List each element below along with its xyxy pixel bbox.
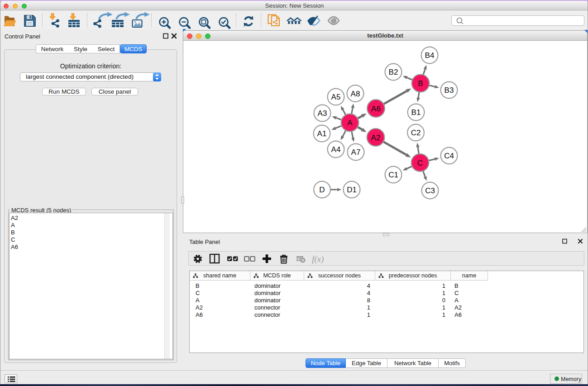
svg-text:C3: C3 xyxy=(425,186,435,195)
svg-text:A1: A1 xyxy=(317,129,327,138)
svg-text:B3: B3 xyxy=(445,86,454,95)
svg-text:A2: A2 xyxy=(371,133,381,142)
svg-text:A5: A5 xyxy=(331,93,341,101)
svg-text:B2: B2 xyxy=(389,68,398,76)
svg-text:A3: A3 xyxy=(318,109,327,118)
svg-text:B4: B4 xyxy=(425,51,435,60)
svg-text:B: B xyxy=(418,79,423,88)
svg-text:C4: C4 xyxy=(444,152,454,160)
svg-text:A4: A4 xyxy=(331,145,341,154)
svg-text:C: C xyxy=(417,159,423,167)
svg-text:A: A xyxy=(347,119,353,127)
svg-text:A7: A7 xyxy=(351,148,361,157)
svg-text:B1: B1 xyxy=(411,108,421,117)
svg-text:C2: C2 xyxy=(411,129,421,137)
svg-text:D1: D1 xyxy=(347,186,357,194)
svg-text:C1: C1 xyxy=(388,171,398,179)
svg-text:f(x): f(x) xyxy=(312,254,324,264)
svg-text:D: D xyxy=(319,186,325,194)
svg-text:Memory: Memory xyxy=(561,376,582,382)
svg-text:A8: A8 xyxy=(351,90,360,98)
svg-text:A6: A6 xyxy=(371,105,381,113)
